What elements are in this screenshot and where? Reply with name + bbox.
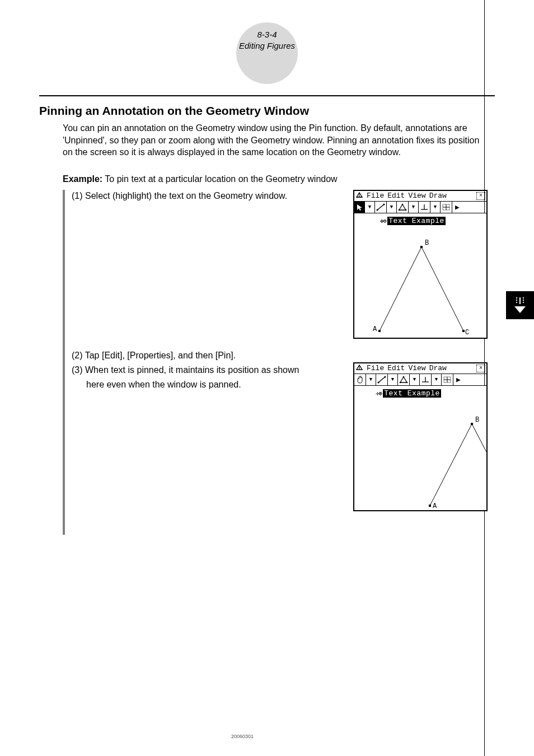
screenshot-1: File Edit View Draw × ▼ — [353, 190, 488, 339]
figure-triangle-panned — [354, 386, 486, 510]
chevron-down-icon: ▼ — [435, 377, 438, 382]
point-c-label: C — [465, 329, 469, 337]
example-text: To pin text at a particular location on … — [105, 174, 337, 184]
svg-line-27 — [378, 377, 385, 382]
menu-view[interactable]: View — [408, 192, 425, 200]
perp-tool[interactable] — [419, 202, 430, 213]
menubar: File Edit View Draw × — [354, 191, 486, 202]
app-menu-icon[interactable] — [355, 364, 363, 373]
toolbar: ▼ ▼ ▼ ▼ — [354, 202, 486, 213]
example-label: Example: — [63, 174, 102, 184]
chevron-down-icon: ▼ — [412, 204, 415, 210]
close-icon: × — [479, 193, 483, 199]
svg-point-12 — [402, 203, 404, 205]
toolbar-scroll-right[interactable]: ▶ — [453, 374, 463, 385]
chevron-down-icon: ▼ — [369, 377, 372, 382]
svg-point-33 — [400, 381, 401, 383]
perp-tool[interactable] — [420, 374, 432, 385]
shape-tool[interactable] — [397, 202, 409, 213]
toolbar-scroll-right[interactable]: ▶ — [452, 202, 462, 213]
side-tab-badge — [506, 291, 534, 319]
page-right-rule — [484, 0, 485, 756]
menu-draw[interactable]: Draw — [429, 364, 447, 372]
svg-line-8 — [377, 204, 384, 210]
svg-line-21 — [421, 247, 463, 331]
chevron-down-icon: ▼ — [390, 204, 393, 210]
svg-marker-3 — [514, 306, 526, 313]
select-tool-dropdown[interactable]: ▼ — [365, 202, 375, 213]
grid-tool[interactable] — [441, 202, 452, 213]
line-tool[interactable] — [376, 374, 388, 385]
close-icon: × — [479, 366, 483, 371]
point-b-label: B — [475, 416, 479, 424]
section-title: Editing Figures — [39, 40, 495, 52]
pan-tool[interactable] — [354, 374, 366, 385]
svg-point-14 — [399, 209, 400, 211]
svg-point-13 — [405, 209, 407, 211]
svg-rect-24 — [462, 330, 465, 332]
step-1: (1) Select (highlight) the text on the G… — [72, 190, 340, 202]
line-tool-dropdown[interactable]: ▼ — [388, 374, 398, 385]
menu-edit[interactable]: Edit — [387, 192, 405, 200]
geometry-canvas[interactable]: ✥⊕ Text Example A B C — [354, 213, 486, 338]
page-footer-code: 20060301 — [0, 734, 485, 739]
page-header: 8-3-4 Editing Figures — [39, 17, 495, 62]
intro-paragraph: You can pin an annotation on the Geometr… — [63, 122, 486, 158]
svg-point-28 — [378, 381, 380, 383]
figure-triangle — [354, 213, 486, 338]
line-tool[interactable] — [375, 202, 387, 213]
svg-point-32 — [406, 381, 408, 383]
step-2: (2) Tap [Edit], [Properties], and then [… — [72, 349, 340, 362]
shape-tool-dropdown[interactable]: ▼ — [410, 374, 420, 385]
menu-draw[interactable]: Draw — [429, 192, 447, 200]
step-3-line2: here even when the window is panned. — [72, 379, 340, 391]
line-tool-dropdown[interactable]: ▼ — [387, 202, 397, 213]
perp-tool-dropdown[interactable]: ▼ — [432, 374, 442, 385]
svg-marker-30 — [400, 377, 407, 382]
chevron-down-icon: ▼ — [391, 377, 394, 382]
menu-view[interactable]: View — [408, 364, 425, 372]
svg-marker-11 — [399, 204, 406, 210]
svg-point-31 — [403, 376, 405, 377]
steps-list: (1) Select (highlight) the text on the G… — [63, 190, 340, 535]
svg-line-39 — [430, 424, 472, 506]
example-line: Example: To pin text at a particular loc… — [63, 174, 486, 184]
toolbar: ▼ ▼ ▼ ▼ — [354, 374, 486, 386]
step-3-line1: (3) When text is pinned, it maintains it… — [72, 364, 340, 376]
svg-line-40 — [472, 424, 486, 452]
svg-point-9 — [377, 209, 378, 211]
svg-rect-22 — [378, 330, 381, 332]
chevron-down-icon: ▼ — [413, 377, 416, 382]
svg-marker-7 — [357, 204, 362, 211]
grid-tool[interactable] — [442, 374, 453, 385]
screenshot-2: File Edit View Draw × ▼ — [353, 362, 488, 511]
app-menu-icon[interactable] — [355, 192, 363, 200]
shape-tool-dropdown[interactable]: ▼ — [409, 202, 419, 213]
pan-tool-dropdown[interactable]: ▼ — [366, 374, 376, 385]
chevron-down-icon: ▼ — [434, 204, 437, 210]
perp-tool-dropdown[interactable]: ▼ — [430, 202, 441, 213]
align-down-icon — [511, 296, 529, 314]
menu-file[interactable]: File — [367, 364, 384, 372]
svg-rect-42 — [471, 423, 473, 425]
menu-file[interactable]: File — [367, 192, 384, 200]
point-a-label: A — [433, 502, 437, 510]
geometry-canvas[interactable]: ✛⊛ Text Example A B — [354, 386, 486, 510]
svg-rect-23 — [420, 246, 423, 248]
select-tool[interactable] — [354, 202, 365, 213]
svg-line-20 — [380, 247, 421, 331]
page-title: Pinning an Annotation on the Geometry Wi… — [39, 104, 486, 118]
point-a-label: A — [373, 325, 377, 333]
chevron-down-icon: ▼ — [368, 204, 371, 210]
menubar: File Edit View Draw × — [354, 363, 486, 374]
section-number: 8-3-4 — [39, 29, 495, 40]
svg-rect-41 — [429, 505, 431, 507]
shape-tool[interactable] — [398, 374, 410, 385]
point-b-label: B — [425, 239, 429, 247]
menu-edit[interactable]: Edit — [387, 364, 405, 372]
svg-point-10 — [383, 203, 385, 205]
svg-point-29 — [385, 376, 386, 377]
chevron-right-icon: ▶ — [456, 375, 461, 384]
chevron-right-icon: ▶ — [455, 203, 460, 212]
